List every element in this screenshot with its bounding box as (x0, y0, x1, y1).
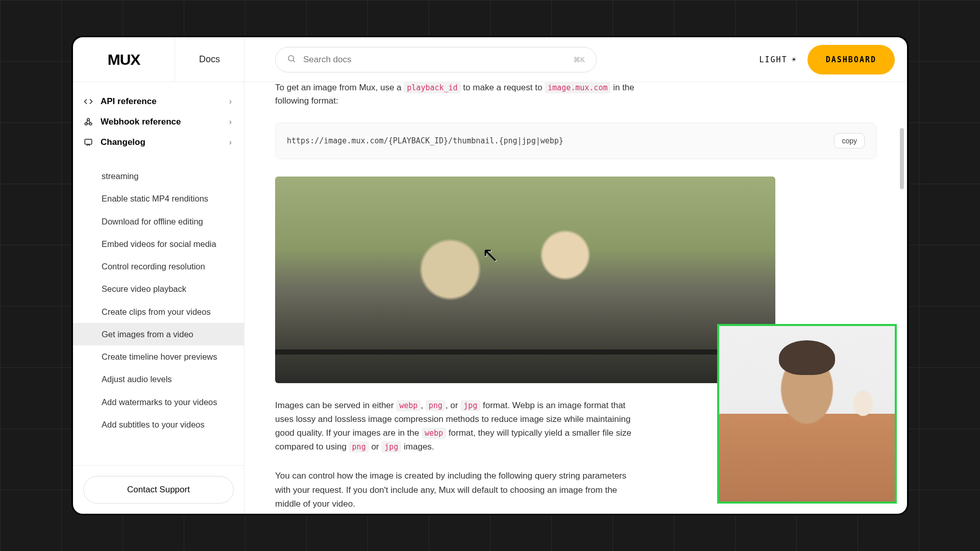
scrollbar-thumb[interactable] (900, 128, 904, 189)
contact-support-button[interactable]: Contact Support (83, 476, 234, 504)
code-text: https://image.mux.com/{PLAYBACK_ID}/thum… (287, 136, 564, 145)
sidebar-primary-label: Webhook reference (101, 117, 181, 127)
theme-label: LIGHT (760, 55, 788, 64)
sidebar-item-static-mp4[interactable]: Enable static MP4 renditions (73, 187, 244, 210)
webhook-icon (83, 117, 93, 127)
chevron-right-icon: › (229, 117, 232, 127)
sidebar-primary-label: Changelog (101, 137, 145, 147)
lead-text: to make a request to (461, 83, 545, 92)
topbar: MUX Docs ⌘K LIGHT ☀ DASHBOARD (73, 37, 907, 82)
theme-toggle[interactable]: LIGHT ☀ (760, 55, 797, 64)
inline-code-jpg: jpg (460, 400, 480, 411)
chevron-right-icon: › (229, 97, 232, 106)
sidebar-item-secure-playback[interactable]: Secure video playback (73, 278, 244, 300)
sun-icon: ☀ (792, 55, 797, 64)
sidebar-list[interactable]: streaming Enable static MP4 renditions D… (73, 162, 244, 465)
search-shortcut: ⌘K (573, 56, 585, 64)
dashboard-button[interactable]: DASHBOARD (807, 45, 895, 74)
sidebar-item-audio-levels[interactable]: Adjust audio levels (73, 368, 244, 390)
sidebar-item-hover-previews[interactable]: Create timeline hover previews (73, 345, 244, 368)
lead-paragraph: To get an image from Mux, use a playback… (275, 82, 643, 108)
sidebar-primary-webhook-reference[interactable]: Webhook reference › (73, 112, 244, 132)
mouse-cursor-icon: ↖ (482, 243, 499, 266)
chevron-right-icon: › (229, 138, 232, 147)
inline-code-webp: webp (422, 428, 446, 439)
app-window: MUX Docs ⌘K LIGHT ☀ DASHBOARD (71, 36, 909, 515)
search-cell: ⌘K (244, 47, 760, 72)
sidebar-item-download-offline[interactable]: Download for offline editing (73, 210, 244, 233)
logo-cell: MUX (73, 37, 175, 82)
sidebar-item-embed-social[interactable]: Embed videos for social media (73, 233, 244, 255)
sidebar-item-create-clips[interactable]: Create clips from your videos (73, 300, 244, 323)
sidebar-primary-group: API reference › Webhook reference › (73, 82, 244, 162)
sidebar-item-recording-resolution[interactable]: Control recording resolution (73, 255, 244, 278)
inline-code-png: png (426, 400, 446, 411)
formats-paragraph: Images can be served in either webp, png… (275, 398, 643, 454)
copy-button[interactable]: copy (834, 133, 865, 148)
webcam-overlay (717, 324, 897, 504)
logo[interactable]: MUX (108, 51, 140, 68)
chat-icon (83, 137, 93, 147)
thumbnail-image: ↖ (275, 177, 775, 383)
svg-line-1 (293, 60, 295, 62)
inline-code-playback-id: playback_id (404, 82, 460, 93)
svg-rect-5 (85, 139, 92, 144)
search-bar[interactable]: ⌘K (275, 47, 597, 72)
code-icon (83, 96, 93, 107)
sidebar-item-streaming[interactable]: streaming (73, 165, 244, 187)
sidebar-item-watermarks[interactable]: Add watermarks to your videos (73, 391, 244, 413)
inline-code-image-host: image.mux.com (545, 82, 610, 93)
inline-code-webp: webp (396, 400, 421, 411)
query-params-paragraph: You can control how the image is created… (275, 469, 643, 511)
docs-nav[interactable]: Docs (175, 37, 244, 82)
sidebar-item-subtitles[interactable]: Add subtitles to your videos (73, 413, 244, 436)
search-input[interactable] (303, 55, 566, 65)
sidebar-primary-changelog[interactable]: Changelog › (73, 132, 244, 153)
docs-label: Docs (199, 54, 220, 65)
sidebar-footer: Contact Support (73, 465, 244, 514)
inline-code-jpg: jpg (381, 441, 401, 453)
sidebar-primary-label: API reference (101, 96, 157, 107)
inline-code-png: png (349, 441, 369, 453)
sidebar-primary-api-reference[interactable]: API reference › (73, 91, 244, 112)
code-block: https://image.mux.com/{PLAYBACK_ID}/thum… (275, 122, 876, 159)
svg-point-0 (288, 56, 294, 61)
sidebar: API reference › Webhook reference › (73, 82, 244, 514)
lead-text: To get an image from Mux, use a (275, 83, 404, 92)
search-icon (287, 54, 296, 65)
sidebar-item-get-images[interactable]: Get images from a video (73, 323, 244, 345)
